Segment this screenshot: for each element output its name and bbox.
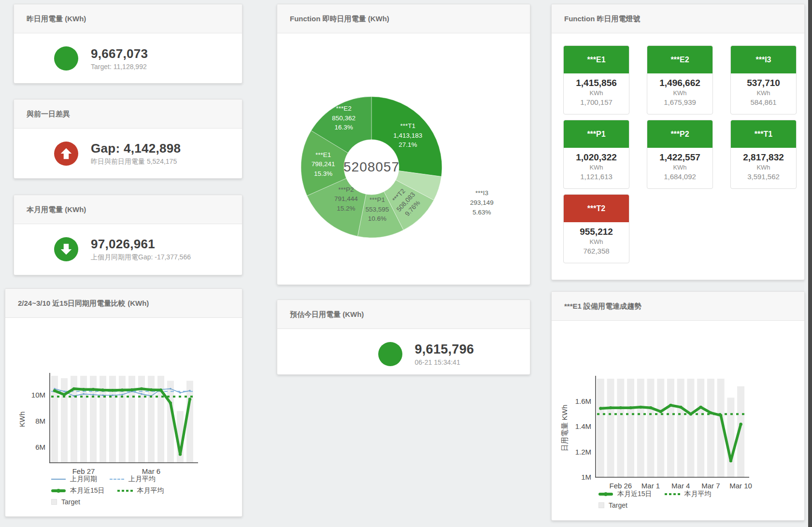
panel-title[interactable]: 預估今日用電量 (KWh) (277, 300, 530, 329)
panel-15day-compare-chart: 2/24~3/10 近15日同期用電量比較 (KWh) 6M8M10MFeb 2… (5, 288, 242, 517)
estimate-value: 9,615,796 (415, 342, 487, 357)
panel-title[interactable]: 本月用電量 (KWh) (14, 195, 242, 224)
device-tile-i3: ***I3 537,710 KWh 584,861 (730, 45, 797, 114)
device-value: 1,496,662 (647, 78, 712, 88)
svg-text:Feb 26: Feb 26 (609, 482, 632, 490)
svg-text:Mar 10: Mar 10 (729, 482, 752, 490)
panel-title[interactable]: Function 昨日用電燈號 (552, 4, 804, 33)
svg-text:Mar 7: Mar 7 (701, 482, 720, 490)
panel-e1-trend-chart: ***E1 設備用電達成趨勢 1M1.2M1.4M1.6MFeb 26Mar 1… (551, 291, 805, 521)
panel-yesterday-lights: Function 昨日用電燈號 ***E1 1,415,856 KWh 1,70… (551, 4, 805, 280)
month-usage-value: 97,026,961 (91, 237, 202, 252)
legend-item[interactable]: 本月近15日 (598, 490, 652, 499)
device-target: 3,591,562 (731, 172, 796, 181)
svg-text:Mar 1: Mar 1 (641, 482, 660, 490)
device-target: 1,700,157 (564, 98, 629, 106)
svg-text:1.6M: 1.6M (575, 397, 591, 405)
legend-item[interactable]: 上月平均 (110, 475, 156, 484)
svg-text:1M: 1M (581, 473, 591, 481)
device-unit: KWh (647, 164, 712, 171)
device-tile-e2: ***E2 1,496,662 KWh 1,675,939 (647, 45, 713, 114)
device-target: 1,684,092 (647, 172, 712, 181)
panel-function-realtime-donut: Function 即時日用電量 (KWh) 5208057 ***T11,413… (277, 4, 530, 285)
target-bar-marker (598, 502, 604, 508)
legend-item[interactable]: 本月平均 (117, 486, 164, 495)
device-target: 1,121,613 (564, 172, 629, 181)
donut-slice-label: ***P1553,59510.6% (366, 195, 389, 224)
compare-chart-legend: 上月同期 上月平均 本月近15日 本月平均 Target (51, 475, 164, 506)
donut-slice-label: ***I3293,1495.63% (470, 188, 494, 217)
device-unit: KWh (731, 164, 796, 171)
device-value: 2,817,832 (731, 152, 796, 163)
svg-text:10M: 10M (31, 391, 45, 399)
panel-month-usage: 本月用電量 (KWh) 97,026,961 上個月同期用電Gap: -17,3… (14, 195, 242, 275)
donut-center-total: 5208057 (343, 159, 399, 175)
legend-item[interactable]: 上月同期 (51, 475, 97, 484)
donut-chart: 5208057 ***T11,413,18327.1%***I3293,1495… (277, 4, 530, 285)
device-target: 762,358 (564, 247, 629, 255)
device-unit: KWh (564, 89, 629, 97)
svg-text:8M: 8M (35, 417, 45, 425)
panel-yesterday-usage: 昨日用電量 (KWh) 9,667,073 Target: 11,128,992 (14, 4, 242, 84)
device-unit: KWh (731, 89, 796, 97)
device-tiles-grid: ***E1 1,415,856 KWh 1,700,157 ***E2 1,49… (552, 33, 804, 263)
arrow-down-icon (54, 237, 78, 261)
legend-item[interactable]: 本月近15日 (51, 486, 105, 495)
panel-gap-previous-day: 與前一日差異 Gap: 4,142,898 昨日與前日用電量 5,524,175 (14, 99, 242, 179)
legend-item[interactable]: Target (598, 501, 627, 509)
svg-text:6M: 6M (35, 443, 45, 451)
panel-title[interactable]: 與前一日差異 (14, 100, 242, 128)
svg-text:1.4M: 1.4M (575, 422, 591, 430)
legend-item[interactable]: Target (51, 498, 80, 506)
svg-text:日用電量 KWh: 日用電量 KWh (560, 405, 569, 452)
gap-value: Gap: 4,142,898 (91, 141, 202, 156)
device-value: 955,212 (564, 227, 629, 237)
green-line-marker (598, 493, 613, 496)
donut-slice-label: ***T11,413,18327.1% (393, 121, 422, 150)
green-dotted-marker (665, 493, 680, 495)
status-circle-icon (378, 342, 402, 366)
device-tile-p2: ***P2 1,422,557 KWh 1,684,092 (647, 120, 713, 189)
green-line-marker (51, 489, 66, 492)
yesterday-usage-target: Target: 11,128,992 (91, 63, 202, 71)
svg-text:1.2M: 1.2M (575, 448, 591, 456)
device-tile-e1: ***E1 1,415,856 KWh 1,700,157 (563, 45, 629, 114)
svg-text:Mar 6: Mar 6 (142, 467, 160, 475)
gap-subtitle: 昨日與前日用電量 5,524,175 (91, 157, 202, 166)
month-usage-gap: 上個月同期用電Gap: -17,377,566 (91, 253, 202, 262)
blue-dashed-marker (110, 479, 124, 480)
device-tile-header: ***P1 (564, 120, 629, 148)
panel-title[interactable]: ***E1 設備用電達成趨勢 (552, 292, 804, 321)
estimate-timestamp: 06-21 15:34:41 (415, 358, 487, 366)
panel-title[interactable]: 2/24~3/10 近15日同期用電量比較 (KWh) (5, 289, 242, 318)
device-unit: KWh (564, 238, 629, 245)
arrow-up-icon (54, 142, 78, 166)
device-value: 1,415,856 (564, 78, 629, 88)
panel-title[interactable]: 昨日用電量 (KWh) (14, 4, 242, 33)
scrollbar[interactable] (808, 0, 812, 527)
panel-estimate-today: 預估今日用電量 (KWh) 9,615,796 06-21 15:34:41 (277, 299, 530, 375)
donut-slice-label: ***E2850,36216.3% (332, 104, 356, 132)
svg-text:Mar 4: Mar 4 (671, 482, 690, 490)
yesterday-usage-value: 9,667,073 (91, 46, 202, 61)
device-tile-t2: ***T2 955,212 KWh 762,358 (563, 194, 629, 263)
device-value: 537,710 (731, 78, 796, 88)
device-tile-p1: ***P1 1,020,322 KWh 1,121,613 (563, 120, 629, 189)
device-tile-header: ***P2 (647, 120, 712, 148)
svg-text:KWh: KWh (18, 412, 26, 427)
device-target: 1,675,939 (647, 98, 712, 106)
donut-slice-label: ***E1798,24115.3% (312, 150, 335, 178)
device-tile-header: ***I3 (731, 46, 796, 73)
target-bar-marker (51, 499, 57, 505)
device-target: 584,861 (731, 98, 796, 106)
device-tile-t1: ***T1 2,817,832 KWh 3,591,562 (730, 120, 797, 189)
blue-line-marker (51, 479, 66, 480)
green-dotted-marker (117, 490, 133, 492)
device-unit: KWh (647, 89, 712, 97)
device-value: 1,422,557 (647, 152, 712, 163)
device-tile-header: ***E1 (564, 46, 629, 73)
device-unit: KWh (564, 164, 629, 171)
device-tile-header: ***T2 (564, 195, 629, 222)
svg-text:Feb 27: Feb 27 (72, 467, 95, 475)
legend-item[interactable]: 本月平均 (665, 490, 712, 499)
